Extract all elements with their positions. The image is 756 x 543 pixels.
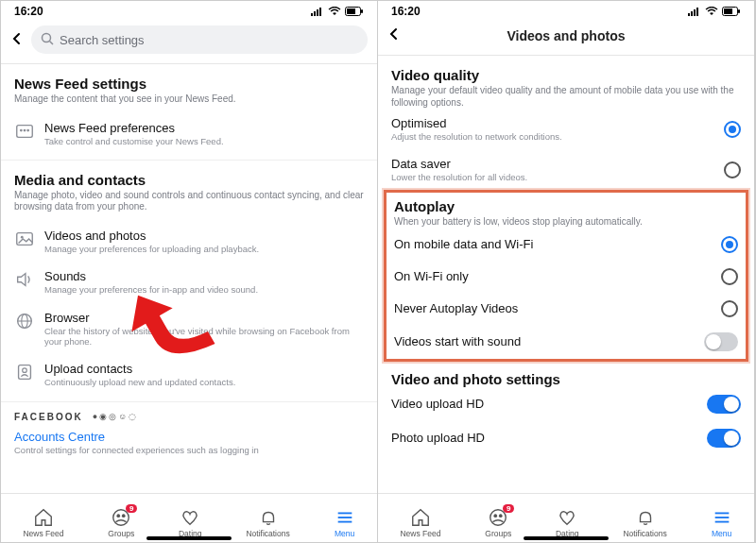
speaker-icon	[14, 269, 35, 290]
option-title: On Wi-Fi only	[394, 269, 469, 283]
newsfeed-prefs-icon	[14, 121, 35, 142]
tab-dating[interactable]: Dating	[179, 507, 202, 538]
tab-groups[interactable]: 9 Groups	[108, 507, 134, 538]
option-title: Optimised	[391, 116, 562, 130]
bell-icon	[635, 507, 656, 528]
signal-icon	[311, 7, 324, 16]
section-sub-media: Manage photo, video and sound controls a…	[14, 190, 364, 213]
tab-notifications[interactable]: Notifications	[623, 507, 666, 538]
page-title: Videos and photos	[408, 28, 724, 43]
item-title: News Feed preferences	[44, 121, 364, 135]
radio-data-saver[interactable]: Data saver Lower the resolution for all …	[391, 149, 741, 190]
status-icons	[311, 7, 364, 16]
svg-rect-3	[319, 8, 321, 16]
tab-menu[interactable]: Menu	[335, 507, 355, 538]
status-time: 16:20	[391, 5, 421, 18]
radio-icon	[724, 161, 741, 178]
option-title: On mobile data and Wi-Fi	[394, 237, 533, 251]
tab-label: Menu	[712, 529, 731, 538]
section-sub-autoplay: When your battery is low, videos stop pl…	[394, 216, 738, 229]
section-title-newsfeed: News Feed settings	[14, 76, 364, 92]
search-icon	[41, 32, 54, 48]
option-title: Data saver	[391, 157, 527, 171]
header: Videos and photos	[378, 20, 754, 56]
tab-label: News Feed	[23, 529, 63, 538]
item-browser[interactable]: Browser Clear the history of websites yo…	[14, 303, 364, 355]
radio-icon	[721, 236, 738, 253]
tab-newsfeed[interactable]: News Feed	[400, 507, 440, 538]
wifi-icon	[705, 7, 718, 16]
tab-groups[interactable]: 9 Groups	[485, 507, 511, 538]
section-title-vp-settings: Video and photo settings	[391, 371, 741, 387]
radio-wifi-only[interactable]: On Wi-Fi only	[394, 261, 738, 293]
menu-icon	[335, 507, 355, 528]
item-title: Sounds	[44, 269, 364, 283]
svg-point-34	[494, 514, 498, 518]
toggle-photo-upload-hd[interactable]: Photo upload HD	[391, 421, 741, 455]
badge: 9	[126, 504, 137, 513]
accounts-centre-link[interactable]: Accounts Centre	[14, 430, 364, 444]
back-button[interactable]	[387, 25, 401, 45]
tab-label: Groups	[485, 529, 511, 538]
battery-icon	[722, 7, 741, 16]
svg-rect-27	[691, 11, 693, 16]
phone-videos-photos: 16:20 Videos and photos Video quality Ma…	[378, 1, 755, 542]
back-button[interactable]	[10, 30, 24, 50]
tab-notifications[interactable]: Notifications	[246, 507, 289, 538]
svg-point-10	[20, 128, 23, 131]
tab-newsfeed[interactable]: News Feed	[23, 507, 63, 538]
toggle-title: Photo upload HD	[391, 431, 485, 445]
radio-icon	[721, 300, 738, 317]
svg-rect-2	[317, 9, 318, 16]
signal-icon	[688, 7, 701, 16]
tab-dating[interactable]: Dating	[556, 507, 579, 538]
toggle-title: Videos start with sound	[394, 334, 521, 348]
accounts-centre-desc: Control settings for connected experienc…	[14, 445, 364, 455]
header: Search settings	[1, 20, 377, 64]
svg-point-12	[26, 128, 29, 131]
item-desc: Take control and customise your News Fee…	[44, 136, 364, 146]
phone-settings: 16:20 Search settings News Feed settings…	[1, 1, 378, 542]
section-title-autoplay: Autoplay	[394, 198, 738, 214]
item-sounds[interactable]: Sounds Manage your preferences for in-ap…	[14, 262, 364, 302]
item-title: Videos and photos	[44, 229, 364, 243]
radio-never-autoplay[interactable]: Never Autoplay Videos	[394, 293, 738, 325]
svg-rect-32	[738, 9, 740, 13]
contacts-icon	[14, 362, 35, 382]
status-icons	[688, 7, 741, 16]
battery-icon	[345, 7, 364, 16]
svg-rect-0	[311, 13, 313, 16]
tab-label: Menu	[335, 529, 354, 538]
radio-optimised[interactable]: Optimised Adjust the resolution to netwo…	[391, 109, 741, 149]
tab-label: News Feed	[400, 529, 440, 538]
svg-rect-28	[694, 9, 696, 16]
svg-point-19	[23, 368, 27, 373]
item-videos-photos[interactable]: Videos and photos Manage your preference…	[14, 221, 364, 262]
search-placeholder: Search settings	[60, 33, 145, 47]
section-title-media: Media and contacts	[14, 172, 364, 188]
tab-label: Notifications	[246, 529, 289, 538]
item-upload-contacts[interactable]: Upload contacts Continuously upload new …	[14, 354, 364, 395]
toggle-switch	[704, 332, 738, 351]
option-title: Never Autoplay Videos	[394, 301, 518, 315]
facebook-logo: FACEBOOK	[14, 412, 83, 422]
groups-icon: 9	[111, 507, 131, 528]
svg-point-21	[117, 514, 121, 518]
tab-bar: News Feed 9 Groups Dating Notifications …	[378, 493, 754, 542]
toggle-title: Video upload HD	[391, 397, 484, 411]
toggle-video-upload-hd[interactable]: Video upload HD	[391, 387, 741, 421]
tab-menu[interactable]: Menu	[712, 507, 732, 538]
option-desc: Lower the resolution for all videos.	[391, 172, 527, 182]
search-input[interactable]: Search settings	[31, 25, 368, 54]
item-desc: Clear the history of websites you've vis…	[44, 326, 364, 348]
item-newsfeed-preferences[interactable]: News Feed preferences Take control and c…	[14, 113, 364, 154]
home-indicator	[146, 536, 232, 540]
status-bar: 16:20	[1, 1, 377, 20]
photos-icon	[14, 229, 35, 249]
svg-rect-26	[688, 13, 690, 16]
item-title: Upload contacts	[44, 362, 364, 376]
tab-label: Notifications	[623, 529, 666, 538]
toggle-videos-sound[interactable]: Videos start with sound	[394, 325, 738, 359]
status-bar: 16:20	[378, 1, 754, 20]
radio-mobile-wifi[interactable]: On mobile data and Wi-Fi	[394, 229, 738, 261]
